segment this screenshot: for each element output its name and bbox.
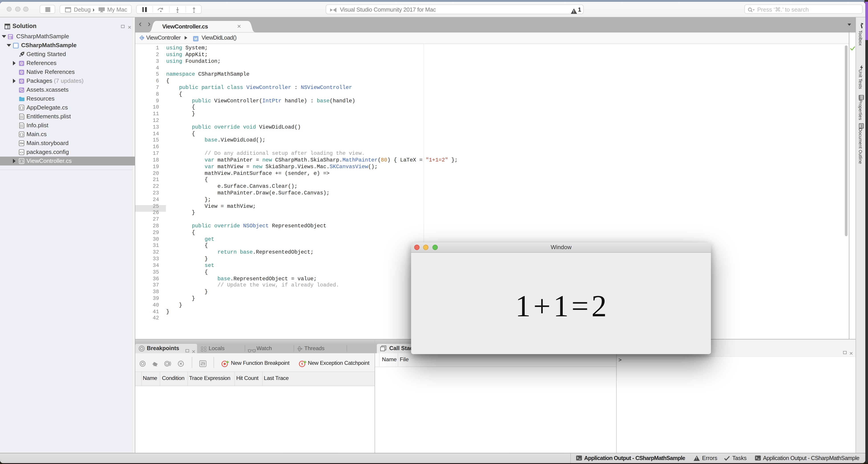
- svg-text:{}: {}: [19, 106, 23, 110]
- svg-text:C: C: [141, 36, 143, 40]
- svg-text:{}: {}: [19, 132, 23, 136]
- svg-text:<>: <>: [20, 151, 23, 154]
- svg-text:{}: {}: [19, 159, 23, 163]
- svg-text:M: M: [194, 37, 197, 41]
